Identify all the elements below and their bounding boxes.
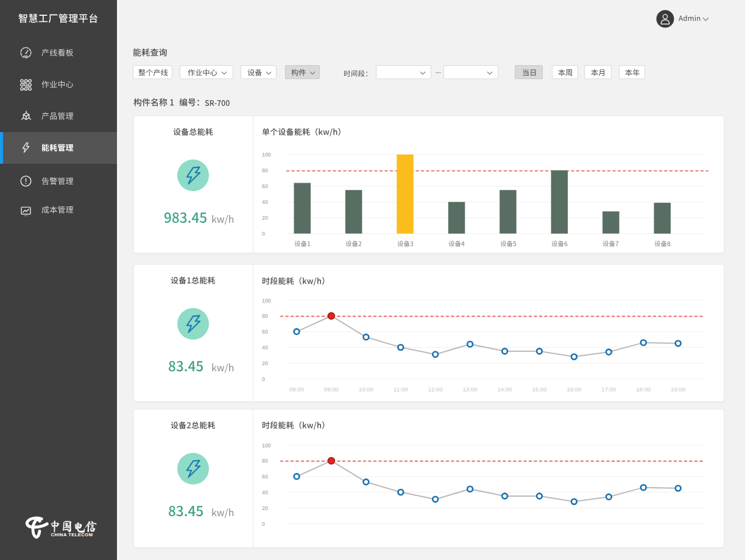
svg-text:80: 80	[262, 167, 268, 173]
svg-text:40: 40	[262, 199, 268, 205]
svg-text:11:00: 11:00	[394, 386, 408, 393]
svg-text:60: 60	[262, 329, 268, 335]
svg-text:60: 60	[262, 183, 268, 189]
svg-text:0: 0	[262, 231, 265, 237]
svg-text:16:00: 16:00	[567, 386, 582, 393]
svg-text:0: 0	[262, 521, 265, 527]
svg-text:80: 80	[262, 458, 268, 464]
svg-text:40: 40	[262, 489, 268, 495]
svg-text:18:00: 18:00	[636, 386, 651, 393]
svg-text:13:00: 13:00	[462, 386, 478, 393]
svg-text:08:00: 08:00	[289, 386, 305, 393]
svg-text:40: 40	[262, 345, 268, 351]
svg-text:100: 100	[262, 152, 271, 158]
svg-text:80: 80	[262, 313, 268, 319]
svg-text:09:00: 09:00	[324, 386, 339, 393]
svg-text:20: 20	[262, 215, 268, 221]
svg-text:100: 100	[262, 298, 271, 304]
svg-text:100: 100	[262, 443, 271, 449]
svg-text:0: 0	[262, 376, 265, 382]
svg-text:14:00: 14:00	[497, 386, 512, 393]
svg-text:60: 60	[262, 474, 268, 480]
svg-text:10:00: 10:00	[359, 386, 374, 393]
svg-text:20: 20	[262, 505, 268, 511]
svg-text:20: 20	[262, 360, 268, 366]
svg-text:12:00: 12:00	[428, 386, 443, 393]
svg-text:17:00: 17:00	[601, 386, 616, 393]
svg-text:19:00: 19:00	[671, 386, 686, 393]
svg-text:15:00: 15:00	[532, 386, 547, 393]
